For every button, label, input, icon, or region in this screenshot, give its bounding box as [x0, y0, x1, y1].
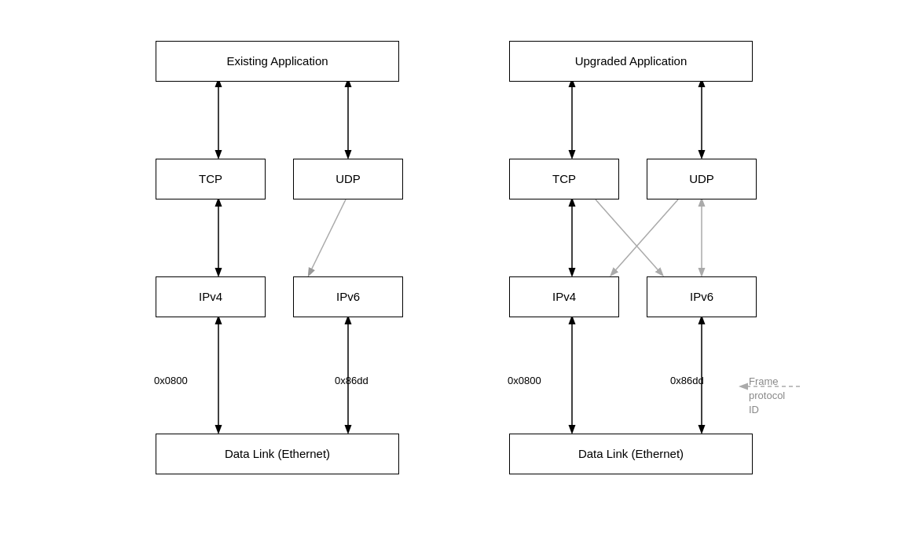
right-label-86dd: 0x86dd: [670, 375, 704, 386]
right-ipv4-box: IPv4: [509, 276, 619, 317]
left-tcp-box: TCP: [156, 159, 266, 199]
right-udp-label: UDP: [689, 172, 714, 185]
right-app-box: Upgraded Application: [509, 41, 753, 82]
right-diagram: Upgraded Application TCP UDP IPv4 IPv6 0…: [493, 25, 784, 536]
left-ipv4-label: IPv4: [199, 290, 222, 303]
svg-line-9: [596, 199, 662, 275]
right-label-0800: 0x0800: [508, 375, 541, 386]
left-datalink-box: Data Link (Ethernet): [156, 434, 399, 474]
left-udp-label: UDP: [336, 172, 361, 185]
svg-line-10: [611, 199, 678, 275]
left-label-0800: 0x0800: [154, 375, 188, 386]
right-ipv6-label: IPv6: [690, 290, 713, 303]
svg-line-3: [309, 199, 346, 275]
right-datalink-box: Data Link (Ethernet): [509, 434, 753, 474]
left-tcp-label: TCP: [199, 172, 222, 185]
right-tcp-label: TCP: [552, 172, 576, 185]
left-diagram: Existing Application TCP UDP IPv4 IPv6 0…: [140, 25, 431, 536]
right-frame-protocol-label: Frame protocol ID: [749, 375, 785, 418]
left-ipv6-label: IPv6: [336, 290, 360, 303]
right-datalink-label: Data Link (Ethernet): [578, 447, 684, 460]
diagrams-container: Existing Application TCP UDP IPv4 IPv6 0…: [108, 9, 816, 551]
left-label-86dd: 0x86dd: [335, 375, 368, 386]
right-ipv4-label: IPv4: [552, 290, 576, 303]
right-app-label: Upgraded Application: [575, 54, 688, 68]
right-tcp-box: TCP: [509, 159, 619, 199]
left-app-label: Existing Application: [226, 54, 328, 68]
left-datalink-label: Data Link (Ethernet): [225, 447, 330, 460]
right-udp-box: UDP: [647, 159, 757, 199]
left-app-box: Existing Application: [156, 41, 399, 82]
left-udp-box: UDP: [293, 159, 403, 199]
left-ipv4-box: IPv4: [156, 276, 266, 317]
right-ipv6-box: IPv6: [647, 276, 757, 317]
left-ipv6-box: IPv6: [293, 276, 403, 317]
